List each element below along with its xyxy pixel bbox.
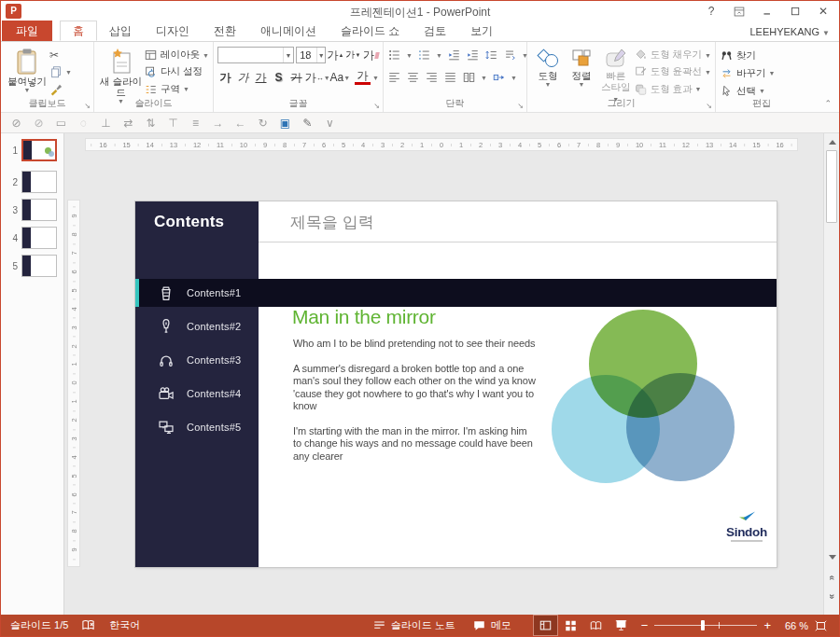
minimize-button[interactable] [755, 2, 779, 21]
slide-thumbnail-4[interactable]: 4 [7, 227, 63, 249]
dialog-launcher-icon[interactable]: ↘ [373, 102, 380, 110]
dialog-launcher-icon[interactable]: ↘ [706, 102, 712, 110]
tab-검토[interactable]: 검토 [412, 21, 458, 41]
text-shadow-button[interactable]: S [271, 69, 287, 86]
collapse-ribbon-button[interactable]: ⌃ [824, 99, 832, 108]
scroll-down-button[interactable] [825, 550, 839, 564]
italic-button[interactable]: 가 [235, 69, 251, 86]
tab-애니메이션[interactable]: 애니메이션 [248, 21, 329, 41]
slide-thumbnail-preview[interactable] [21, 139, 57, 161]
format-painter-button[interactable] [49, 82, 87, 97]
increase-indent-icon[interactable] [466, 48, 480, 62]
slide-thumbnail-1[interactable]: 1 [7, 139, 63, 161]
view-slideshow-button[interactable] [609, 616, 633, 635]
slide-thumbnail-preview[interactable] [21, 227, 57, 249]
layout-button[interactable]: 레이아웃▼ [144, 48, 209, 62]
paste-button[interactable]: 붙여넣기▼ [5, 46, 49, 100]
columns-icon[interactable] [462, 71, 476, 84]
font-color-button[interactable]: 가 [355, 70, 371, 85]
scrollbar-thumb[interactable] [826, 150, 837, 223]
font-size-combo[interactable]: ▼ [296, 47, 326, 63]
slide-counter[interactable]: 슬라이드 1/5 [10, 618, 68, 632]
spellcheck-icon[interactable] [81, 618, 96, 632]
find-button[interactable]: 찾기 [720, 48, 804, 63]
account-name[interactable]: LEEHYEKANG ▼ [749, 26, 830, 37]
slide-thumbnail-preview[interactable] [21, 255, 57, 277]
bold-button[interactable]: 가 [217, 69, 233, 86]
decrease-indent-icon[interactable] [447, 48, 461, 62]
shape-union-icon[interactable]: ▭ [55, 117, 67, 130]
character-spacing-button[interactable]: 가↔▼ [306, 69, 329, 86]
justify-icon[interactable] [443, 71, 457, 84]
convert-to-smartart-icon[interactable] [492, 71, 506, 84]
tab-디자인[interactable]: 디자인 [144, 21, 202, 41]
zoom-in-button[interactable]: + [763, 621, 771, 630]
dialog-launcher-icon[interactable]: ↘ [84, 102, 91, 110]
shrink-font-button[interactable]: 가▼ [345, 47, 361, 63]
previous-slide-button[interactable]: « [825, 571, 839, 585]
bullets-icon[interactable] [387, 48, 401, 62]
help-button[interactable]: ? [699, 2, 723, 21]
dialog-launcher-icon[interactable]: ↘ [517, 102, 524, 110]
more-icon[interactable]: ∨ [324, 117, 336, 130]
align-middle-icon[interactable]: ≡ [189, 117, 202, 130]
chevron-down-icon[interactable]: ▼ [283, 48, 293, 62]
quick-styles-button[interactable]: 빠른 스타일 ▼ [598, 46, 634, 100]
vertical-scrollbar[interactable]: « » [823, 133, 839, 615]
memo-button[interactable]: 메모 [464, 615, 520, 636]
maximize-button[interactable] [783, 2, 807, 21]
contents-menu-item[interactable]: Contents#1 [135, 279, 777, 307]
distribute-vertical-icon[interactable]: ⇅ [145, 117, 157, 130]
tab-삽입[interactable]: 삽입 [97, 21, 144, 41]
view-normal-button[interactable] [534, 616, 557, 635]
align-top-icon[interactable]: ⊤ [167, 117, 179, 130]
tab-슬라이드 쇼[interactable]: 슬라이드 쇼 [329, 21, 412, 41]
zoom-slider[interactable] [654, 620, 757, 630]
section-button[interactable]: 구역▼ [144, 82, 209, 97]
notes-button[interactable]: 슬라이드 노트 [364, 615, 464, 636]
strikethrough-button[interactable]: 가 [288, 69, 304, 86]
shape-outline-button[interactable]: 도형 윤곽선▼ [634, 64, 711, 79]
indent-left-icon[interactable]: ← [234, 117, 246, 130]
line-spacing-icon[interactable] [484, 48, 498, 62]
tab-보기[interactable]: 보기 [458, 21, 505, 41]
slide-title-placeholder[interactable]: 제목을 입력 [259, 201, 777, 242]
slide-thumbnail-2[interactable]: 2 [7, 171, 63, 193]
align-bottom-icon[interactable]: ⊥ [100, 117, 112, 130]
new-slide-button[interactable]: 새 슬라이드▼ [98, 46, 144, 100]
slide-body-text[interactable]: Who am I to be blind pretending not to s… [293, 338, 536, 475]
font-name-combo[interactable]: ▼ [217, 47, 294, 63]
grow-font-button[interactable]: 가▲ [328, 47, 343, 63]
shape-subtract-icon[interactable]: ⊘ [10, 117, 22, 130]
language-indicator[interactable]: 한국어 [109, 618, 140, 632]
vertical-ruler[interactable]: ı9ı8ı7ı6ı5ı4ı3ı2ı1ı0ı1ı2ı3ı4ı5ı6ı7ı8ı9ı [67, 200, 80, 567]
slide-heading[interactable]: Man in the mirror [292, 306, 436, 328]
ribbon-display-options-button[interactable] [727, 2, 751, 21]
indent-right-icon[interactable]: → [212, 117, 224, 130]
distribute-horizontal-icon[interactable]: ⇄ [122, 117, 134, 130]
next-slide-button[interactable]: » [825, 589, 839, 603]
shape-intersect-icon[interactable]: ◌ [77, 117, 90, 130]
align-left-icon[interactable] [387, 71, 401, 84]
font-size-input[interactable] [297, 48, 316, 62]
zoom-slider-handle[interactable] [701, 620, 705, 630]
change-case-button[interactable]: Aa▼ [330, 69, 349, 86]
slide-canvas[interactable]: Contents Contents#1Contents#2Contents#3C… [135, 201, 777, 567]
shape-fill-button[interactable]: 도형 채우기▼ [634, 48, 711, 62]
numbering-icon[interactable] [417, 48, 431, 62]
horizontal-ruler[interactable]: ı16ı15ı14ı13ı12ı11ı10ı9ı8ı7ı6ı5ı4ı3ı2ı1ı… [85, 138, 798, 151]
venn-circle-green[interactable] [589, 310, 697, 418]
shapes-button[interactable]: 도형▼ [531, 46, 565, 100]
shape-combine-icon[interactable]: ⊘ [33, 117, 45, 130]
slide-thumbnail-preview[interactable] [21, 171, 57, 193]
cut-button[interactable]: ✂ [49, 48, 87, 62]
clear-formatting-button[interactable]: 가 [363, 47, 379, 63]
chevron-down-icon[interactable]: ▼ [316, 48, 325, 62]
scroll-up-button[interactable] [825, 135, 839, 149]
copy-button[interactable]: ▼ [49, 64, 87, 79]
align-center-icon[interactable] [406, 71, 420, 84]
view-slide-sorter-button[interactable] [559, 616, 582, 635]
shape-effects-button[interactable]: 도형 효과▼ [634, 82, 711, 97]
underline-button[interactable]: 가 [253, 69, 269, 86]
zoom-out-button[interactable]: − [641, 621, 649, 630]
